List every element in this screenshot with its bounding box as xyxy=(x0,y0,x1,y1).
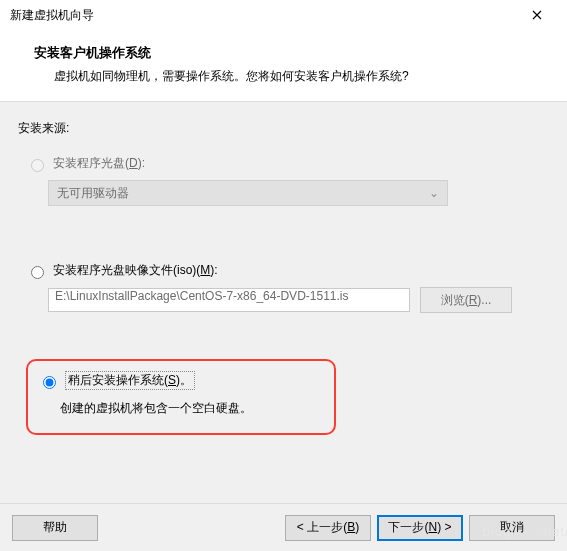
radio-install-later-label[interactable]: 稍后安装操作系统(S)。 xyxy=(65,371,195,390)
chevron-down-icon: ⌄ xyxy=(429,186,439,200)
source-label: 安装来源: xyxy=(18,120,549,137)
next-button[interactable]: 下一步(N) > xyxy=(377,515,463,541)
drive-combo-text: 无可用驱动器 xyxy=(57,185,129,202)
radio-iso-file[interactable] xyxy=(31,266,44,279)
wizard-footer: 帮助 < 上一步(B) 下一步(N) > 取消 xyxy=(0,503,567,551)
cancel-button[interactable]: 取消 xyxy=(469,515,555,541)
radio-installer-disc-label: 安装程序光盘(D): xyxy=(53,155,145,172)
help-button[interactable]: 帮助 xyxy=(12,515,98,541)
wizard-header: 安装客户机操作系统 虚拟机如同物理机，需要操作系统。您将如何安装客户机操作系统? xyxy=(0,30,567,102)
radio-install-later[interactable] xyxy=(43,376,56,389)
option-install-later-highlight: 稍后安装操作系统(S)。 创建的虚拟机将包含一个空白硬盘。 xyxy=(26,359,336,435)
install-later-hint: 创建的虚拟机将包含一个空白硬盘。 xyxy=(38,400,322,417)
browse-button: 浏览(R)... xyxy=(420,287,512,313)
drive-combo: 无可用驱动器 ⌄ xyxy=(48,180,448,206)
close-icon xyxy=(532,10,542,20)
back-button[interactable]: < 上一步(B) xyxy=(285,515,371,541)
window-title: 新建虚拟机向导 xyxy=(10,7,514,24)
close-button[interactable] xyxy=(514,1,559,29)
header-subtitle: 虚拟机如同物理机，需要操作系统。您将如何安装客户机操作系统? xyxy=(34,68,543,85)
header-title: 安装客户机操作系统 xyxy=(34,44,543,62)
option-installer-disc: 安装程序光盘(D): 无可用驱动器 ⌄ xyxy=(26,155,549,206)
wizard-body: 安装来源: 安装程序光盘(D): 无可用驱动器 ⌄ 安装程序光盘映像文件(iso… xyxy=(0,102,567,509)
radio-iso-file-label[interactable]: 安装程序光盘映像文件(iso)(M): xyxy=(53,262,218,279)
radio-installer-disc xyxy=(31,159,44,172)
option-iso-file: 安装程序光盘映像文件(iso)(M): E:\LinuxInstallPacka… xyxy=(26,262,549,313)
iso-path-input: E:\LinuxInstallPackage\CentOS-7-x86_64-D… xyxy=(48,288,410,312)
titlebar: 新建虚拟机向导 xyxy=(0,0,567,30)
